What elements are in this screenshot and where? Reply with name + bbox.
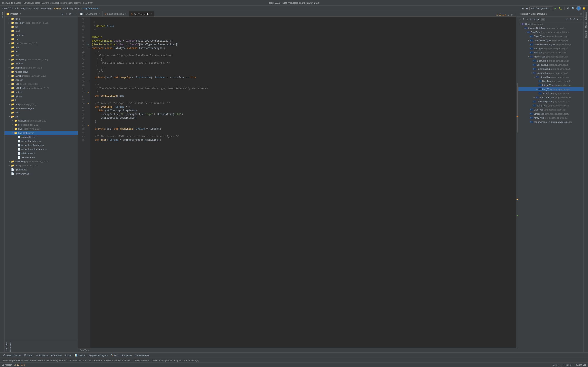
- tree-item-resource-managers[interactable]: ▶ 📁 resource-managers: [4, 106, 78, 110]
- h-item-stringtype[interactable]: ▶ C StringType (org.apache.spark.sc: [518, 104, 584, 108]
- settings-btn[interactable]: ⚙: [566, 7, 570, 10]
- tab-datatype[interactable]: S DataType.scala ×: [129, 11, 154, 17]
- tree-item-licenses[interactable]: ▶ 📁 licenses: [4, 78, 78, 82]
- h-item-timestamptype[interactable]: ▶ C TimestampType (org.apache.spa: [518, 100, 584, 104]
- minimize-panel-btn[interactable]: —: [72, 12, 76, 16]
- scroll-indicator[interactable]: [516, 17, 518, 348]
- hierarchy-btn3[interactable]: ⇣: [526, 18, 528, 21]
- tree-item-gitattributes[interactable]: ▶ 📄 .gitattributes: [4, 167, 78, 172]
- avatar-btn[interactable]: 👤: [576, 6, 581, 11]
- tree-item-tools[interactable]: ▶ 📁 tools [spark-tools_2.12]: [4, 164, 78, 167]
- debug-btn[interactable]: 🐛: [558, 7, 563, 10]
- breadcrumb-org[interactable]: org: [48, 7, 52, 9]
- tree-item-R[interactable]: ▶ 📁 R: [4, 98, 78, 102]
- tree-item-project[interactable]: ▶ 📁 project: [4, 90, 78, 94]
- breadcrumb-catalyst[interactable]: catalyst: [20, 7, 27, 9]
- git-branch-status[interactable]: ⎇ master: [2, 364, 12, 366]
- encoding-status[interactable]: UTF-8CS2: [561, 364, 571, 366]
- tree-item-sql[interactable]: ▼ 📂 sql: [4, 115, 78, 119]
- h-item-datatype[interactable]: ▼ A DataType (org.apache.spark.sql.types…: [518, 30, 584, 34]
- hierarchy-minus-btn[interactable]: —: [579, 18, 583, 21]
- hierarchy-refresh-btn[interactable]: ↻: [569, 18, 572, 21]
- h-item-shorttype[interactable]: ▶ C ShortType (org.apache.spa: [518, 91, 584, 95]
- tree-item-common[interactable]: ▶ 📁 common: [4, 33, 78, 37]
- h-item-anonymous[interactable]: ▶ C <anonymous> in ColumnTypeSuite (or: [518, 120, 584, 124]
- h-item-calendarinterval[interactable]: ▶ C CalendarIntervalType (org.apache.sp: [518, 42, 584, 47]
- maven-icon[interactable]: Maven: [585, 22, 587, 28]
- hierarchy-btn2[interactable]: ⇡: [522, 18, 525, 21]
- profiler-btn[interactable]: Profiler: [63, 354, 73, 357]
- tree-item-launcher[interactable]: ▶ 📁 launcher [spark-launcher_2.12]: [4, 74, 78, 78]
- tree-item-dev[interactable]: ▶ 📁 dev: [4, 49, 78, 53]
- h-item-fractionaltype[interactable]: ▶ A FractionalType (org.apache.spa: [518, 95, 584, 100]
- h-item-userdefinedtype[interactable]: ▶ C UserDefinedType (org.apache.spar: [518, 38, 584, 42]
- cursor-position-status[interactable]: 50:16: [553, 364, 558, 366]
- h-item-arraytype[interactable]: ▶ C ArrayType (org.apache.spark.sql.t: [518, 116, 584, 120]
- tree-item-gen-api[interactable]: ▶ 📄 gen-sql-api-docs.py: [4, 139, 78, 143]
- close-structfield-tab[interactable]: ×: [125, 13, 127, 15]
- editor-settings-btn[interactable]: ⋮: [514, 13, 517, 17]
- breadcrumb-apache[interactable]: apache: [53, 7, 61, 9]
- h-item-atomictype[interactable]: ▼ A AtomicType (org.apache.spark.sql: [518, 55, 584, 59]
- tree-item-bin[interactable]: ▶ 📁 bin: [4, 25, 78, 29]
- h-item-nulltype[interactable]: ▶ C NullType (org.apache.spark.sql.t: [518, 50, 584, 55]
- h-item-integraltype[interactable]: ▼ A IntegralType (org.apache.spa: [518, 75, 584, 79]
- add-config-btn[interactable]: Add Configuration...: [529, 7, 553, 10]
- database-icon[interactable]: Database: [585, 12, 587, 21]
- hierarchy-close-btn[interactable]: ×: [580, 12, 582, 16]
- version-control-btn[interactable]: ⎇ Version Control: [1, 354, 22, 357]
- problems-btn[interactable]: ⚠ Problems: [35, 354, 49, 357]
- todo-btn[interactable]: ☑ TODO: [23, 354, 34, 357]
- terminal-btn[interactable]: ▶ Terminal: [50, 354, 63, 357]
- breadcrumb-main[interactable]: main: [34, 7, 39, 9]
- project-view-icon[interactable]: Project: [1, 12, 4, 18]
- tree-item-annvayor[interactable]: ▶ 📄 .annvayor.yaml: [4, 172, 78, 176]
- filter-btn[interactable]: ⚙: [68, 12, 72, 16]
- hierarchy-btn1[interactable]: ↕: [519, 18, 522, 21]
- tree-item-hadoop[interactable]: ▶ 📁 hadoop-cloud: [4, 70, 78, 74]
- tree-item-hive-thrift[interactable]: ▼ 📂 hive-thriftserver: [4, 131, 78, 135]
- tree-item-build[interactable]: ▶ 📁 build: [4, 29, 78, 33]
- build-btn[interactable]: 🔨 Build: [109, 354, 120, 357]
- dependencies-btn[interactable]: Dependencies: [134, 354, 150, 357]
- tree-item-docs[interactable]: ▶ 📁 docs: [4, 53, 78, 58]
- panel-dropdown-icon[interactable]: ▼: [19, 13, 21, 15]
- tree-item-mllib-local[interactable]: ▶ 📁 mllib-local [spark-mllib-local_2.12]: [4, 86, 78, 90]
- scroll-to-btn[interactable]: ↕: [65, 12, 67, 16]
- scroll-down-btn[interactable]: ▼: [510, 13, 513, 17]
- h-item-hivestringtype[interactable]: ▶ C HiveStringType (org.apache.spark.: [518, 67, 584, 71]
- tree-item-repl[interactable]: ▶ 📁 repl [spark-repl_2.12]: [4, 102, 78, 106]
- tree-item-conf[interactable]: ▶ 📁 conf: [4, 37, 78, 41]
- tree-item-data[interactable]: ▶ 📁 data: [4, 45, 78, 49]
- hierarchy-sort-btn[interactable]: ⇅: [529, 18, 532, 21]
- tree-item-mllib[interactable]: ▶ 📁 mllib [spark-mllib_2.12]: [4, 82, 78, 86]
- code-content[interactable]: * * @since 1.3.0 */ @Stable @JsonSeriali…: [90, 17, 516, 348]
- close-datatype-tab[interactable]: ×: [150, 13, 152, 15]
- h-item-integertype[interactable]: ▶ C IntegerType (org.apache.spa: [518, 83, 584, 87]
- tree-item-readme[interactable]: ▶ 📄 README.md: [4, 155, 78, 159]
- tree-item-core[interactable]: ▶ 📁 core [spark-core_2.12]: [4, 41, 78, 45]
- tree-item-sbin[interactable]: ▶ 📁 sbin: [4, 110, 78, 115]
- h-item-object[interactable]: ▼ O Object (java.lang): [518, 22, 584, 26]
- search-btn[interactable]: 🔍: [571, 7, 576, 10]
- statistic-btn[interactable]: 📊 Statistic: [73, 354, 87, 357]
- h-item-numerictype[interactable]: ▼ A NumericType (org.apache.spark: [518, 71, 584, 75]
- scroll-up-btn[interactable]: ▲: [507, 13, 510, 17]
- sequence-diagram-btn[interactable]: Sequence Diagram: [87, 354, 109, 357]
- h-item-structtype[interactable]: ▶ C StructType (org.apache.spark.sql.ty: [518, 112, 584, 116]
- breadcrumb-file[interactable]: LongType.scala: [82, 7, 98, 9]
- breadcrumb-spark2[interactable]: spark: [63, 7, 68, 9]
- run-btn[interactable]: ▶: [554, 7, 557, 10]
- hierarchy-side-icon[interactable]: Hierarchy: [585, 29, 587, 38]
- tree-item-external[interactable]: ▶ 📁 external: [4, 62, 78, 66]
- breadcrumb-sql[interactable]: sql: [15, 7, 18, 9]
- hierarchy-filter-btn[interactable]: ≡: [576, 18, 579, 21]
- structure-btn[interactable]: Structure: [5, 341, 8, 352]
- navigate-back-btn[interactable]: ◀: [521, 7, 524, 10]
- endpoints-btn[interactable]: Endpoints: [121, 354, 133, 357]
- navigate-forward-btn[interactable]: ▶: [525, 7, 528, 10]
- tree-item-python[interactable]: ▶ 📁 python: [4, 94, 78, 98]
- event-log-status[interactable]: ✓ Event Log: [574, 364, 586, 366]
- h-item-binarytype[interactable]: ▶ C BinaryType (org.apache.spark.sc: [518, 59, 584, 63]
- tree-item-create-docs[interactable]: ▶ 📄 create-docs.sh: [4, 135, 78, 139]
